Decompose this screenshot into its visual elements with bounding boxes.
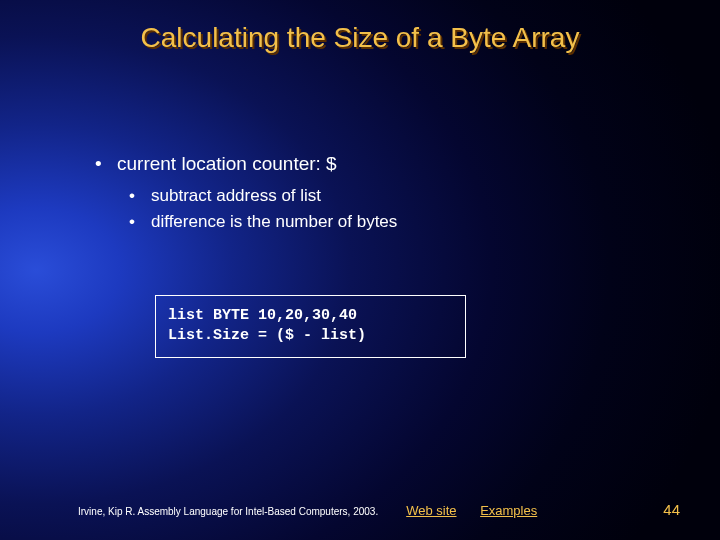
link-examples[interactable]: Examples bbox=[480, 503, 537, 518]
footer: Irvine, Kip R. Assembly Language for Int… bbox=[78, 501, 680, 518]
bullet-main: current location counter: $ bbox=[95, 150, 660, 178]
code-box: list BYTE 10,20,30,40 List.Size = ($ - l… bbox=[155, 295, 466, 358]
sub-bullets: subtract address of list difference is t… bbox=[129, 184, 660, 235]
page-number: 44 bbox=[663, 501, 680, 518]
bullet-sub-1: subtract address of list bbox=[129, 184, 660, 209]
footer-links: Web site Examples bbox=[396, 503, 547, 518]
bullet-sub-2: difference is the number of bytes bbox=[129, 210, 660, 235]
slide: Calculating the Size of a Byte Array cur… bbox=[0, 0, 720, 540]
link-web-site[interactable]: Web site bbox=[406, 503, 456, 518]
citation-text: Irvine, Kip R. Assembly Language for Int… bbox=[78, 506, 378, 517]
slide-title: Calculating the Size of a Byte Array bbox=[0, 22, 720, 54]
slide-body: current location counter: $ subtract add… bbox=[95, 150, 660, 237]
